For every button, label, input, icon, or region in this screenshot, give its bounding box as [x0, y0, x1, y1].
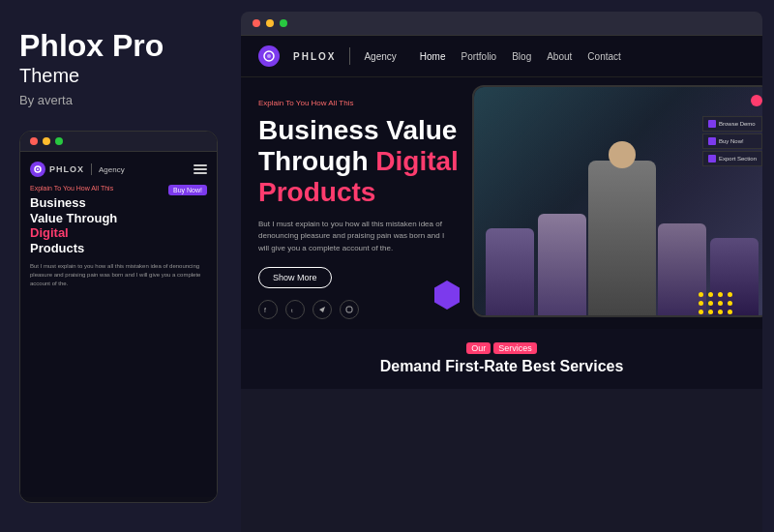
dot-green-mobile — [55, 137, 63, 145]
mobile-agency-text: Agency — [99, 165, 125, 174]
browser-content: PHLOX Agency Home Portfolio Blog About C… — [241, 36, 762, 532]
mobile-preview-bar — [20, 132, 217, 152]
mobile-preview-card: PHLOX Agency Buy Now! Explain To You How… — [19, 131, 218, 503]
svg-text:t: t — [291, 308, 293, 313]
hero-title: Business Value Through Digital Products — [258, 115, 471, 209]
services-label: Our Services — [258, 342, 745, 353]
person-1 — [486, 228, 534, 315]
mobile-nav-divider — [91, 163, 92, 175]
site-nav-links: Home Portfolio Blog About Contact — [420, 51, 621, 62]
mobile-hero-title: Business Value Through Digital Products — [30, 195, 207, 255]
hero-section: Explain To You How All This Business Val… — [241, 77, 762, 329]
person-main — [588, 161, 656, 315]
export-icon — [708, 155, 716, 163]
instagram-icon[interactable] — [340, 300, 359, 319]
mobile-nav: PHLOX Agency — [30, 162, 207, 177]
nav-link-home[interactable]: Home — [420, 51, 446, 62]
dot-green-browser — [280, 19, 287, 27]
dots-grid-decoration — [699, 292, 733, 314]
mobile-logo-icon — [30, 162, 45, 177]
mobile-hero-body: But I must explain to you how all this m… — [30, 262, 207, 288]
mobile-buy-now-button[interactable]: Buy Now! — [168, 185, 207, 195]
dot-red-browser — [253, 19, 260, 27]
browser-bar — [241, 12, 762, 36]
buy-now-icon — [708, 137, 716, 145]
export-section-button[interactable]: Export Section — [702, 151, 762, 166]
svg-rect-7 — [346, 307, 352, 312]
red-dot-decoration — [751, 95, 762, 106]
person-2 — [538, 214, 586, 315]
services-highlight: Services — [493, 342, 537, 354]
svg-point-3 — [267, 54, 271, 58]
site-logo-icon — [258, 45, 280, 67]
twitter-icon[interactable]: t — [285, 300, 305, 319]
buy-now-float-button[interactable]: Buy Now! — [702, 133, 762, 149]
left-panel: Phlox Pro Theme By averta PHLOX Agency — [0, 0, 237, 532]
svg-point-1 — [37, 168, 39, 170]
mobile-preview-content: PHLOX Agency Buy Now! Explain To You How… — [20, 152, 217, 497]
svg-text:f: f — [264, 307, 266, 313]
hero-body: But I must explain to you how all this m… — [258, 219, 452, 255]
svg-marker-6 — [319, 307, 325, 312]
nav-link-about[interactable]: About — [547, 51, 572, 62]
telegram-icon[interactable] — [313, 300, 332, 319]
site-logo-text: PHLOX — [293, 51, 336, 62]
nav-link-portfolio[interactable]: Portfolio — [461, 51, 497, 62]
show-more-button[interactable]: Show More — [258, 267, 332, 288]
site-nav: PHLOX Agency Home Portfolio Blog About C… — [241, 36, 762, 77]
dot-yellow-mobile — [43, 137, 50, 145]
floating-actions: Browse Demo Buy Now! Export Section — [702, 116, 762, 166]
site-nav-divider — [349, 47, 350, 65]
brand-title: Phlox Pro Theme By averta — [19, 29, 218, 131]
browse-demo-icon — [708, 120, 716, 128]
dot-yellow-browser — [266, 19, 274, 27]
nav-link-contact[interactable]: Contact — [587, 51, 620, 62]
dot-red-mobile — [30, 137, 38, 145]
browser-mockup: PHLOX Agency Home Portfolio Blog About C… — [241, 12, 762, 532]
services-section: Our Services Demand First-Rate Best Serv… — [241, 329, 762, 389]
services-title: Demand First-Rate Best Services — [258, 358, 745, 375]
site-agency-text: Agency — [364, 51, 396, 62]
browse-demo-button[interactable]: Browse Demo — [702, 116, 762, 132]
facebook-icon[interactable]: f — [258, 300, 278, 319]
mobile-logo-text: PHLOX — [49, 164, 84, 174]
nav-link-blog[interactable]: Blog — [512, 51, 531, 62]
mobile-logo-area: PHLOX Agency — [30, 162, 125, 177]
hamburger-menu[interactable] — [194, 164, 207, 174]
